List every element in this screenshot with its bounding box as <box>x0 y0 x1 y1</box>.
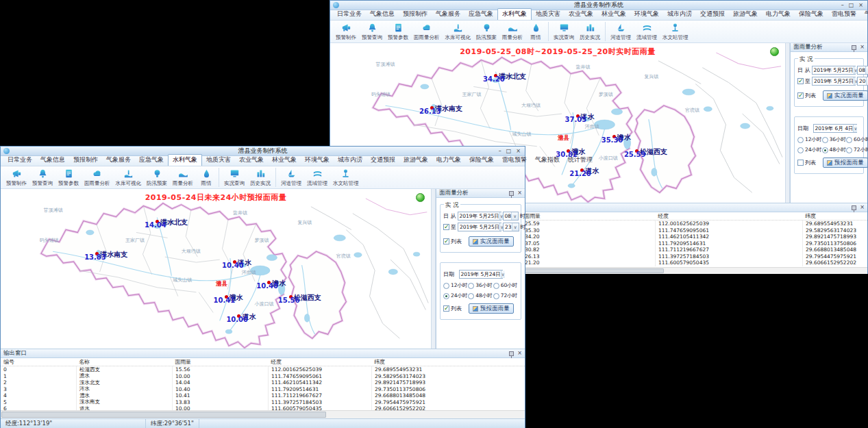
menu-tab[interactable]: 交通预报 <box>367 155 399 166</box>
dock-splitter[interactable] <box>431 189 436 349</box>
menu-tab[interactable]: 气象服务 <box>102 155 135 166</box>
menu-tab[interactable]: 预报制作 <box>399 9 432 20</box>
panel-close-icon[interactable]: × <box>860 45 865 50</box>
toolbar-button[interactable]: 预警查询 <box>29 168 55 187</box>
toolbar-button[interactable]: 面雨量分析 <box>411 22 443 41</box>
menu-tab[interactable]: 地质灾害 <box>532 9 565 20</box>
duration-radio[interactable]: 36小时 <box>468 282 493 289</box>
pin-icon[interactable] <box>509 191 514 196</box>
menu-tab[interactable]: 旅游气象 <box>399 155 432 166</box>
toolbar-button[interactable]: 河道管理 <box>608 22 634 41</box>
menu-tab[interactable]: 城市内涝 <box>663 9 696 20</box>
close-button[interactable]: × <box>858 2 863 9</box>
menu-tab[interactable]: 农业气象 <box>235 155 268 166</box>
menu-tab[interactable]: 应急气象 <box>464 9 497 20</box>
menu-tab[interactable]: 雷电预警 <box>498 155 531 166</box>
menu-tab[interactable]: 雷电预警 <box>828 9 860 20</box>
map-canvas[interactable]: 甘溪滩镇码头铺镇金罗镇王家厂镇盐井镇复兴镇大堰垱镇梦溪镇涔南镇官垸镇城头山镇小渡… <box>1 189 431 349</box>
menu-tab[interactable]: 气象指数 <box>860 9 868 20</box>
scrollbar-thumb[interactable] <box>1 412 326 418</box>
duration-radio[interactable]: 24小时 <box>443 292 468 299</box>
menu-tab[interactable]: 林业气象 <box>597 9 630 20</box>
toolbar-button[interactable]: 防汛预案 <box>144 168 170 187</box>
forecast-rainfall-button[interactable]: 预报面雨量 <box>823 158 868 168</box>
toolbar-button[interactable]: 流域管理 <box>634 22 660 41</box>
list-checkbox[interactable] <box>797 92 804 99</box>
dock-splitter[interactable] <box>785 43 790 203</box>
date-from-select[interactable]: 2019年 5月25日∨ <box>812 66 856 75</box>
toolbar-button[interactable]: 预警参数 <box>385 22 411 41</box>
hour-to-select[interactable]: 20∨ <box>857 77 868 86</box>
forecast-date-select[interactable]: 2019年 6月 4日∨ <box>813 124 857 133</box>
to-checkbox[interactable] <box>797 78 804 84</box>
toolbar-button[interactable]: 水文站管理 <box>660 22 691 41</box>
dock-close-icon[interactable]: × <box>860 205 865 210</box>
list-checkbox[interactable] <box>797 160 804 166</box>
menu-tab[interactable]: 电力气象 <box>432 155 465 166</box>
horizontal-scrollbar[interactable] <box>1 410 525 418</box>
close-button[interactable]: × <box>516 148 521 155</box>
minimize-button[interactable]: – <box>841 2 844 9</box>
toolbar-button[interactable]: 雨情 <box>196 168 219 187</box>
menu-tab[interactable]: 水利气象 <box>168 154 202 166</box>
table-row[interactable]: 0松滋西支 15.56112.001625625039 29.689554953… <box>1 366 525 373</box>
menu-tab[interactable]: 气象信息 <box>36 155 69 166</box>
restore-button[interactable]: □ <box>506 148 512 155</box>
menu-tab[interactable]: 保险气象 <box>465 155 498 166</box>
toolbar-button[interactable]: 实况查询 <box>551 22 577 41</box>
menu-tab[interactable]: 旅游气象 <box>729 9 762 20</box>
toolbar-button[interactable]: 水库可视化 <box>443 22 474 41</box>
menu-tab[interactable]: 应急气象 <box>135 155 168 166</box>
toolbar-button[interactable]: 河道管理 <box>278 168 304 187</box>
duration-radio[interactable]: 48小时 <box>468 292 493 299</box>
list-checkbox[interactable] <box>443 305 449 312</box>
pin-icon[interactable] <box>509 351 514 356</box>
toolbar-button[interactable]: 预警参数 <box>55 168 82 187</box>
date-to-select[interactable]: 2019年 5月25日∨ <box>458 223 501 231</box>
menu-tab[interactable]: 日常业务 <box>3 155 36 166</box>
duration-radio[interactable]: 12小时 <box>797 136 822 143</box>
toolbar-button[interactable]: 历史实况 <box>577 22 606 41</box>
menu-tab[interactable]: 气象信息 <box>366 9 399 20</box>
panel-close-icon[interactable]: × <box>517 190 522 196</box>
live-rainfall-button[interactable]: 实况面雨量 <box>469 236 514 247</box>
menu-tab[interactable]: 气象指数 <box>531 155 564 166</box>
dock-close-icon[interactable]: × <box>517 351 522 356</box>
pin-icon[interactable] <box>852 45 856 50</box>
toolbar-button[interactable]: 防汛预案 <box>473 22 499 41</box>
date-from-select[interactable]: 2019年 5月25日∨ <box>458 212 501 221</box>
date-to-select[interactable]: 2019年 5月25日∨ <box>812 77 856 86</box>
hour-to-select[interactable]: 23∨ <box>503 223 519 231</box>
toolbar-button[interactable]: 雨量分析 <box>499 22 525 41</box>
toolbar-button[interactable]: 面雨量分析 <box>82 168 113 187</box>
map-action-button[interactable] <box>770 47 779 56</box>
toolbar-button[interactable]: 水文站管理 <box>330 168 362 187</box>
table-row[interactable]: 5渫水南支 13.83111.397257184503 29.795447597… <box>1 399 525 406</box>
restore-button[interactable]: □ <box>849 2 854 9</box>
duration-radio[interactable]: 72小时 <box>846 147 868 153</box>
list-checkbox[interactable] <box>443 238 449 244</box>
menu-tab[interactable]: 日常业务 <box>333 9 366 20</box>
menu-tab[interactable]: 电力气象 <box>762 9 795 20</box>
toolbar-button[interactable]: 水库可视化 <box>113 168 145 187</box>
toolbar-button[interactable]: 流域管理 <box>304 168 330 187</box>
to-checkbox[interactable] <box>443 224 449 230</box>
menu-tab[interactable]: 地质灾害 <box>202 155 235 166</box>
duration-radio[interactable]: 60小时 <box>846 136 868 143</box>
menu-tab[interactable]: 交通预报 <box>696 9 729 20</box>
toolbar-button[interactable]: 预警制作 <box>3 168 29 187</box>
toolbar-button[interactable]: 预警制作 <box>333 22 359 41</box>
menu-tab[interactable]: 城市内涝 <box>334 155 367 166</box>
table-row[interactable]: 3涔水 10.40111.79209514631 29.735011375080… <box>1 386 525 393</box>
menu-tab[interactable]: 农业气象 <box>565 9 597 20</box>
map-action-button[interactable] <box>416 193 425 202</box>
duration-radio[interactable]: 48小时 <box>822 147 847 153</box>
menu-tab[interactable]: 统计管理 <box>564 155 597 166</box>
menu-tab[interactable]: 保险气象 <box>795 9 828 20</box>
table-row[interactable]: 4澧水 10.41111.711219667627 29.66880134850… <box>1 392 525 399</box>
toolbar-button[interactable]: 雨量分析 <box>170 168 196 187</box>
toolbar-button[interactable]: 实况查询 <box>221 168 247 187</box>
minimize-button[interactable]: – <box>499 148 501 155</box>
duration-radio[interactable]: 12小时 <box>443 282 468 289</box>
toolbar-button[interactable]: 雨情 <box>525 22 549 41</box>
